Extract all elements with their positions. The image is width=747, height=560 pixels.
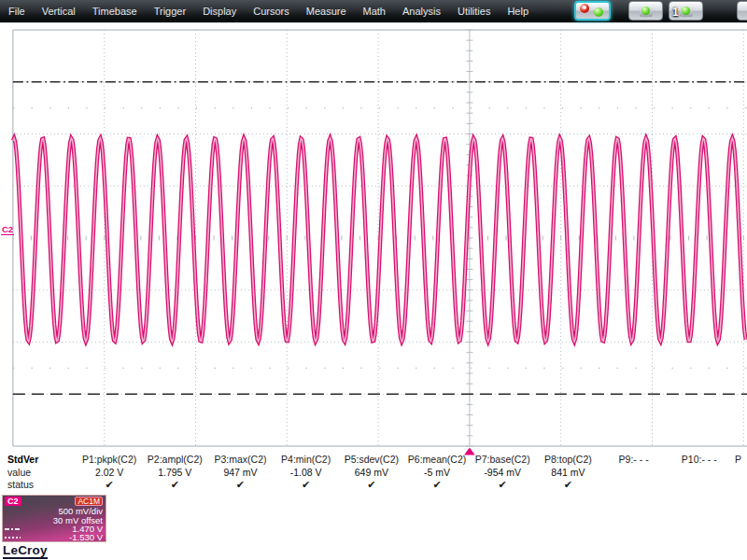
measure-param-value: 947 mV — [207, 467, 273, 480]
menu-analysis[interactable]: Analysis — [394, 0, 449, 22]
measure-status-check: ✔ — [535, 479, 600, 492]
measure-param-value: 841 mV — [535, 467, 600, 480]
menu-measure[interactable]: Measure — [298, 0, 355, 22]
measure-param-label[interactable]: P3:max(C2) — [207, 454, 273, 467]
display-button-1[interactable]: 1 — [669, 1, 703, 21]
measure-status-check: ✔ — [274, 479, 339, 492]
measure-column-p6: P6:mean(C2) -5 mV ✔ — [404, 454, 470, 492]
display-button-a[interactable] — [628, 1, 663, 21]
display-lamp-icon — [680, 6, 693, 17]
measure-column-p4: P4:min(C2) -1.08 V ✔ — [274, 454, 339, 492]
measure-param-value: -954 mV — [470, 467, 535, 480]
measure-column-p5: P5:sdev(C2) 649 mV ✔ — [339, 454, 404, 492]
measure-status-check: ✔ — [207, 479, 273, 492]
measure-param-label[interactable]: P6:mean(C2) — [404, 454, 470, 467]
measure-column-p8: P8:top(C2) 841 mV ✔ — [535, 454, 600, 492]
measure-param-value — [601, 467, 667, 480]
measure-status-check: ✔ — [142, 479, 207, 492]
menu-file[interactable]: File — [0, 0, 34, 22]
measure-param-value: 2.02 V — [77, 467, 142, 480]
display-button-clipped[interactable] — [737, 1, 747, 21]
measure-param-label[interactable]: P9:- - - — [601, 454, 667, 467]
menu-cursors[interactable]: Cursors — [245, 0, 298, 22]
green-lamp-icon — [594, 7, 603, 17]
measure-param-value: 1.795 V — [142, 467, 207, 480]
dashdot-line-icon — [5, 528, 21, 530]
measure-column-p2: P2:ampl(C2) 1.795 V ✔ — [142, 454, 207, 492]
measure-column-p7: P7:base(C2) -954 mV ✔ — [470, 454, 535, 492]
menu-timebase[interactable]: Timebase — [84, 0, 146, 22]
measure-status-check — [601, 479, 667, 492]
measure-row-label-status: status — [0, 479, 77, 492]
measurement-table: StdVer value status P1:pkpk(C2) 2.02 V ✔… — [0, 454, 747, 492]
measure-status-check: ✔ — [77, 479, 142, 492]
measure-param-value: 649 mV — [339, 467, 404, 480]
measure-status-check — [667, 479, 732, 492]
display-lamp-icon — [640, 6, 653, 17]
dotted-line-icon — [5, 537, 21, 539]
menu-vertical[interactable]: Vertical — [34, 0, 84, 22]
coupling-badge: AC1M — [75, 497, 103, 506]
measure-row-labels: StdVer value status — [0, 454, 77, 492]
measure-status-check: ✔ — [404, 479, 470, 492]
lecroy-logo: LeCroy — [3, 543, 48, 559]
measure-column-p10: P10:- - - — [667, 454, 732, 492]
channel-c2-level-marker[interactable]: C2 — [1, 224, 14, 235]
measure-param-value: -1.08 V — [274, 467, 339, 480]
alarm-clock-icon — [580, 4, 589, 13]
menu-trigger[interactable]: Trigger — [146, 0, 194, 22]
measure-column-p3: P3:max(C2) 947 mV ✔ — [207, 454, 273, 492]
measure-row-label-value: value — [0, 467, 77, 480]
measure-status-check: ✔ — [339, 479, 404, 492]
measure-param-label[interactable]: P10:- - - — [667, 454, 732, 467]
button-number-label: 1 — [672, 6, 679, 19]
measure-param-label[interactable]: P1:pkpk(C2) — [77, 454, 142, 467]
cursor2-level: -1.530 V — [69, 533, 103, 542]
measure-status-check: ✔ — [470, 479, 535, 492]
menu-help[interactable]: Help — [499, 0, 537, 22]
menu-utilities[interactable]: Utilities — [449, 0, 499, 22]
measure-param-label[interactable]: P2:ampl(C2) — [142, 454, 207, 467]
channel-c2-descriptor-box[interactable]: C2 AC1M 500 mV/div 30 mV offset 1.470 V … — [2, 495, 106, 542]
measure-param-value: -5 mV — [404, 467, 470, 480]
menu-math[interactable]: Math — [355, 0, 394, 22]
measure-param-value — [667, 467, 732, 480]
measure-param-label[interactable]: P5:sdev(C2) — [339, 454, 404, 467]
measure-column-p9: P9:- - - — [601, 454, 667, 492]
menu-display[interactable]: Display — [194, 0, 245, 22]
channel-id-badge: C2 — [5, 497, 21, 506]
timer-capture-button[interactable] — [574, 1, 611, 21]
measure-param-label[interactable]: P8:top(C2) — [535, 454, 600, 467]
measure-column-clipped: P — [735, 454, 747, 467]
measure-param-label[interactable]: P4:min(C2) — [274, 454, 339, 467]
measure-param-label[interactable]: P7:base(C2) — [470, 454, 535, 467]
measure-corner-label: StdVer — [0, 454, 77, 467]
measure-column-p1: P1:pkpk(C2) 2.02 V ✔ — [77, 454, 142, 492]
